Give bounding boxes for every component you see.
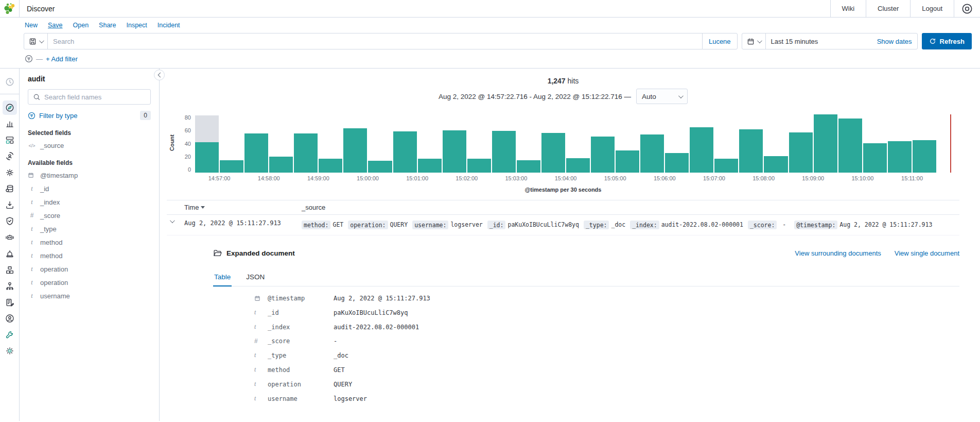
- field-item-timestamp[interactable]: @timestamp: [28, 168, 151, 182]
- histogram-bar[interactable]: [541, 112, 565, 173]
- field-item-index[interactable]: t_index: [28, 195, 151, 209]
- source-field-value: audit-2022.08.02-000001: [661, 221, 743, 228]
- recent-clock-icon[interactable]: [3, 75, 17, 89]
- time-range-value[interactable]: Last 15 minutes: [766, 38, 877, 45]
- histogram-bar[interactable]: [443, 112, 466, 173]
- menu-share[interactable]: Share: [99, 22, 116, 29]
- histogram-bar[interactable]: [789, 112, 813, 173]
- field-item-username[interactable]: tusername: [28, 289, 151, 302]
- dashboard-icon[interactable]: [3, 133, 17, 147]
- collapse-sidebar-button[interactable]: [154, 70, 165, 80]
- histogram-bar[interactable]: [863, 112, 887, 173]
- field-item-type[interactable]: t_type: [28, 222, 151, 235]
- field-item-source[interactable]: </>_source: [28, 139, 151, 152]
- calendar-button[interactable]: [742, 33, 766, 49]
- doc-field-value: paKuXoIBUcuLliC7w8yq: [334, 309, 408, 316]
- histogram-bar[interactable]: [764, 112, 787, 173]
- field-item-score[interactable]: #_score: [28, 209, 151, 222]
- field-item-id[interactable]: t_id: [28, 182, 151, 195]
- row-expand-button[interactable]: [167, 220, 184, 223]
- nav-logout-link[interactable]: Logout: [910, 0, 954, 18]
- histogram-bar[interactable]: [220, 112, 243, 173]
- bar-value-60: [492, 131, 516, 173]
- field-item-method[interactable]: tmethod: [28, 249, 151, 262]
- histogram-bar[interactable]: [269, 112, 293, 173]
- gear-icon[interactable]: [3, 165, 17, 180]
- assistant-icon[interactable]: [3, 230, 17, 245]
- integrations-icon[interactable]: [3, 263, 17, 277]
- cluster-icon[interactable]: [3, 279, 17, 293]
- alerting-icon[interactable]: [3, 246, 17, 261]
- menu-save[interactable]: Save: [48, 22, 63, 29]
- query-language-button[interactable]: Lucene: [702, 33, 737, 49]
- reports-icon[interactable]: [3, 181, 17, 196]
- user-menu-button[interactable]: [954, 0, 980, 18]
- histogram-bar[interactable]: [368, 112, 392, 173]
- field-search-input[interactable]: [44, 93, 146, 101]
- menu-new[interactable]: New: [25, 22, 38, 29]
- bar-chart-icon[interactable]: [3, 116, 17, 131]
- view-surrounding-documents-link[interactable]: View surrounding documents: [795, 249, 881, 257]
- histogram-bar[interactable]: [616, 112, 639, 173]
- calendar-icon: [747, 38, 755, 45]
- add-filter-button[interactable]: + Add filter: [46, 55, 78, 63]
- show-dates-button[interactable]: Show dates: [877, 38, 917, 45]
- histogram-bar[interactable]: [739, 112, 763, 173]
- menu-inspect[interactable]: Inspect: [126, 22, 147, 29]
- histogram-bar[interactable]: [517, 112, 540, 173]
- histogram-bar[interactable]: [888, 112, 912, 173]
- tab-json[interactable]: JSON: [245, 269, 266, 286]
- nav-cluster-link[interactable]: Cluster: [866, 0, 910, 18]
- refresh-label: Refresh: [940, 38, 965, 45]
- toolbar: New Save Open Share Inspect Incident Luc…: [0, 18, 980, 69]
- histogram-bar[interactable]: [714, 112, 738, 173]
- view-single-document-link[interactable]: View single document: [895, 249, 959, 257]
- histogram-bar[interactable]: [294, 112, 318, 173]
- histogram-bar[interactable]: [319, 112, 342, 173]
- t-field-icon: t: [254, 395, 268, 402]
- field-item-operation[interactable]: toperation: [28, 262, 151, 276]
- menu-incident[interactable]: Incident: [157, 22, 180, 29]
- histogram-bar[interactable]: [913, 112, 936, 173]
- index-pattern-title[interactable]: audit: [28, 75, 151, 83]
- field-item-operation[interactable]: toperation: [28, 276, 151, 289]
- doc-field-name: operation: [268, 381, 334, 388]
- available-fields-list: @timestampt_idt_index#_scoret_typetmetho…: [28, 168, 151, 302]
- saved-query-button[interactable]: [24, 33, 48, 49]
- settings-icon[interactable]: [3, 344, 17, 358]
- chart-plot[interactable]: [195, 112, 937, 173]
- time-column-header[interactable]: Time: [184, 204, 302, 211]
- histogram-bar[interactable]: [393, 112, 417, 173]
- histogram-bar[interactable]: [665, 112, 689, 173]
- histogram-bar[interactable]: [640, 112, 664, 173]
- histogram-bar[interactable]: [566, 112, 590, 173]
- histogram-bar[interactable]: [591, 112, 615, 173]
- filter-by-type-button[interactable]: Filter by type: [39, 112, 136, 120]
- maintenance-icon[interactable]: [3, 328, 17, 342]
- download-icon[interactable]: [3, 198, 17, 212]
- histogram-bar[interactable]: [690, 112, 713, 173]
- histogram-bar[interactable]: [467, 112, 491, 173]
- nav-wiki-link[interactable]: Wiki: [830, 0, 866, 18]
- interval-select[interactable]: Auto: [636, 89, 688, 104]
- filter-icon[interactable]: [25, 55, 33, 63]
- histogram-bar[interactable]: [343, 112, 367, 173]
- refresh-button[interactable]: Refresh: [922, 33, 972, 49]
- histogram-bar[interactable]: [492, 112, 516, 173]
- compass-icon[interactable]: [3, 100, 17, 115]
- histogram-bar[interactable]: [838, 112, 862, 173]
- histogram-bar[interactable]: [195, 112, 219, 173]
- dev-tools-icon[interactable]: [3, 295, 17, 310]
- search-input[interactable]: [48, 33, 702, 49]
- anomaly-icon[interactable]: [3, 149, 17, 163]
- histogram-bar[interactable]: [418, 112, 442, 173]
- histogram-bar[interactable]: [244, 112, 268, 173]
- menu-open[interactable]: Open: [73, 22, 89, 29]
- tab-table[interactable]: Table: [213, 269, 232, 286]
- histogram-bar[interactable]: [814, 112, 837, 173]
- security-icon[interactable]: [3, 214, 17, 228]
- doc-field-name: @timestamp: [268, 295, 334, 302]
- app-logo[interactable]: [0, 0, 20, 18]
- field-item-method[interactable]: tmethod: [28, 235, 151, 249]
- users-icon[interactable]: [3, 311, 17, 326]
